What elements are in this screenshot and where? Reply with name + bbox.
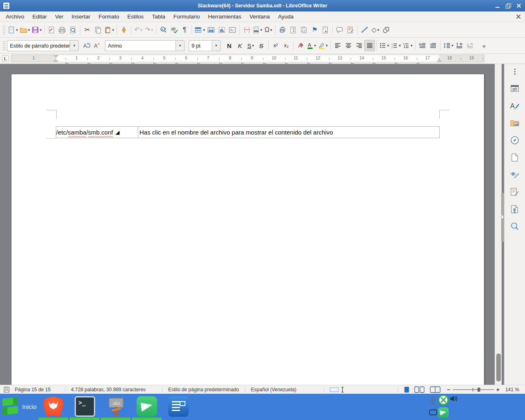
taskbar-brave-browser[interactable] xyxy=(43,396,64,417)
new-style-button[interactable]: A* xyxy=(92,40,103,51)
word-count[interactable]: 4.728 palabras, 30.989 caracteres xyxy=(68,387,159,393)
save-dropdown-icon[interactable]: ▾ xyxy=(40,28,42,32)
menu-editar[interactable]: Editar xyxy=(28,12,51,21)
italic-button[interactable]: K xyxy=(235,40,245,51)
save-status-button[interactable] xyxy=(0,386,12,393)
highlight-dropdown-icon[interactable]: ▾ xyxy=(326,43,328,48)
sidebar-styles-button[interactable]: A xyxy=(508,99,522,112)
toolbar-overflow-button[interactable]: » xyxy=(479,40,489,51)
x-session-tray-icon[interactable] xyxy=(438,395,449,405)
document-area[interactable]: /etc/samba/smb.conf◢ Has clic en el nomb… xyxy=(0,64,495,385)
table-cell-instruction[interactable]: Has clic en el nombre del archivo para m… xyxy=(138,127,439,138)
spelling-button[interactable]: ab xyxy=(169,24,179,36)
clear-formatting-button[interactable]: A xyxy=(295,40,306,51)
sidebar-find-button[interactable] xyxy=(508,220,522,233)
align-right-button[interactable] xyxy=(354,40,364,51)
book-view-button[interactable] xyxy=(427,386,443,393)
taskbar-telegram[interactable] xyxy=(137,396,157,417)
single-page-view-button[interactable] xyxy=(402,386,412,393)
taskbar-terminal[interactable]: >_ xyxy=(75,396,95,417)
font-size-combo[interactable]: 9 pt ▾ xyxy=(189,40,221,51)
zoom-percentage[interactable]: 141 % xyxy=(503,387,522,393)
taskbar-build-tools[interactable]: ɔΔɜ xyxy=(106,396,126,417)
increase-paragraph-spacing-button[interactable] xyxy=(454,40,465,51)
tab-selector[interactable]: L xyxy=(2,55,9,62)
paste-dropdown-icon[interactable]: ▾ xyxy=(112,28,114,32)
insert-hyperlink-button[interactable] xyxy=(277,24,288,36)
special-character-button[interactable]: Ω▾ xyxy=(263,24,274,36)
page-count[interactable]: Página 15 de 15 xyxy=(12,387,62,393)
insert-page-break-button[interactable] xyxy=(242,24,252,36)
export-pdf-button[interactable] xyxy=(46,24,57,36)
formatting-marks-button[interactable]: ¶ xyxy=(179,24,190,36)
text-language[interactable]: Español (Venezuela) xyxy=(249,387,299,393)
align-center-button[interactable] xyxy=(343,40,354,51)
open-dropdown-icon[interactable]: ▾ xyxy=(28,28,30,32)
menu-tabla[interactable]: Tabla xyxy=(148,12,169,21)
menu-ventana[interactable]: Ventana xyxy=(245,12,274,21)
paragraph-style-dropdown-icon[interactable]: ▾ xyxy=(70,40,79,51)
increase-indent-button[interactable] xyxy=(417,40,428,51)
paste-button[interactable]: ▾ xyxy=(103,24,115,36)
table-dropdown-icon[interactable]: ▾ xyxy=(203,28,205,32)
new-dropdown-icon[interactable]: ▾ xyxy=(16,28,18,32)
print-preview-button[interactable] xyxy=(68,24,78,36)
sidebar-properties-button[interactable] xyxy=(508,82,522,95)
find-replace-button[interactable]: ad xyxy=(158,24,169,36)
paragraph-style-combo[interactable]: Estilo de párrafo predeterminado ▾ xyxy=(7,40,79,51)
sidebar-navigator-button[interactable] xyxy=(508,134,522,147)
zoom-slider-track[interactable] xyxy=(453,389,494,390)
zoom-in-icon[interactable]: + xyxy=(496,386,500,393)
first-line-indent-marker[interactable] xyxy=(53,55,59,58)
sidebar-toggle-handle[interactable] xyxy=(501,193,504,242)
insert-endnote-button[interactable]: (i xyxy=(299,24,309,36)
font-size-dropdown-icon[interactable]: ▾ xyxy=(212,40,221,51)
insert-table-button[interactable]: ▾ xyxy=(194,24,206,36)
menu-archivo[interactable]: Archivo xyxy=(2,12,28,21)
copy-button[interactable] xyxy=(93,24,103,36)
font-name-combo[interactable]: Arimo ▾ xyxy=(105,40,185,51)
bold-button[interactable]: N xyxy=(224,40,235,51)
print-button[interactable] xyxy=(57,24,68,36)
insert-bookmark-button[interactable]: ⚑ xyxy=(309,24,320,36)
justify-button[interactable] xyxy=(364,40,375,51)
sidebar-page-button[interactable] xyxy=(508,151,522,164)
display-tray-icon[interactable] xyxy=(429,409,437,416)
underline-dropdown-icon[interactable]: ▾ xyxy=(252,43,254,48)
outline-list-button[interactable]: 1 ▾ xyxy=(402,40,413,51)
left-indent-marker[interactable] xyxy=(53,59,59,62)
new-document-button[interactable]: ▾ xyxy=(7,24,19,36)
bullet-dropdown-icon[interactable]: ▾ xyxy=(387,43,389,48)
sidebar-settings-button[interactable]: ⋮ xyxy=(508,65,522,78)
sidebar-gallery-button[interactable] xyxy=(508,116,522,130)
restore-button[interactable] xyxy=(505,3,511,9)
font-color-button[interactable]: A ▾ xyxy=(306,40,317,51)
toolbar-grip[interactable] xyxy=(2,25,5,35)
right-indent-marker[interactable] xyxy=(436,59,442,62)
line-spacing-button[interactable]: ▾ xyxy=(442,40,454,51)
toolbar-grip[interactable] xyxy=(2,41,5,50)
close-button[interactable] xyxy=(516,3,522,9)
decrease-paragraph-spacing-button[interactable] xyxy=(465,40,475,51)
cut-button[interactable]: ✂ xyxy=(82,24,93,36)
ruler-track[interactable]: 1 12345678910111213141516171819 xyxy=(11,55,484,62)
insert-image-button[interactable] xyxy=(206,24,217,36)
shapes-dropdown-icon[interactable]: ▾ xyxy=(377,28,379,32)
open-button[interactable]: ▾ xyxy=(19,24,31,36)
insert-textbox-button[interactable]: A xyxy=(227,24,238,36)
volume-tray-icon[interactable] xyxy=(450,395,458,402)
show-draw-functions-button[interactable] xyxy=(381,24,391,36)
sidebar-accessibility-check-button[interactable] xyxy=(508,203,522,216)
font-size-value[interactable]: 9 pt xyxy=(189,40,212,51)
numbered-list-button[interactable]: 12 ▾ xyxy=(390,40,402,51)
page-style[interactable]: Estilo de página predeterminado xyxy=(166,387,242,393)
undo-button[interactable]: ↶▾ xyxy=(133,24,144,36)
insert-chart-button[interactable] xyxy=(217,24,227,36)
horizontal-ruler[interactable]: L 1 12345678910111213141516171819 xyxy=(0,54,525,64)
font-color-dropdown-icon[interactable]: ▾ xyxy=(314,43,316,48)
sidebar-manage-changes-button[interactable] xyxy=(508,185,522,199)
clone-formatting-button[interactable] xyxy=(119,24,129,36)
paperclip-tray-icon[interactable] xyxy=(429,396,436,405)
highlight-color-button[interactable]: ▾ xyxy=(317,40,329,51)
superscript-button[interactable]: x² xyxy=(270,40,281,51)
